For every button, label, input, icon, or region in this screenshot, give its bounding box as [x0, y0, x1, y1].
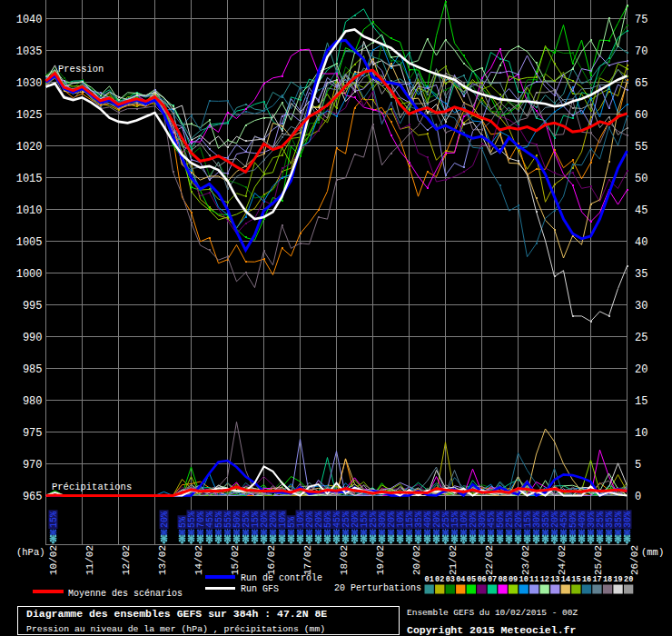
- svg-text:990: 990: [23, 332, 43, 344]
- svg-text:70: 70: [635, 45, 647, 58]
- svg-text:02: 02: [435, 575, 444, 584]
- svg-text:04: 04: [456, 575, 465, 584]
- svg-text:65: 65: [635, 77, 647, 90]
- svg-text:1030: 1030: [16, 77, 43, 90]
- svg-text:Précipitations: Précipitations: [52, 482, 132, 492]
- svg-text:1010: 1010: [16, 204, 43, 217]
- svg-text:05: 05: [467, 575, 476, 584]
- svg-text:09: 09: [509, 575, 518, 584]
- svg-text:15%: 15%: [49, 512, 59, 528]
- svg-text:15/02: 15/02: [230, 545, 241, 575]
- svg-text:Pression au niveau de la mer (: Pression au niveau de la mer (hPa) , pré…: [26, 624, 325, 634]
- svg-text:1040: 1040: [16, 14, 43, 26]
- svg-text:75: 75: [635, 14, 647, 26]
- svg-text:17/02: 17/02: [302, 545, 313, 575]
- svg-text:975: 975: [23, 427, 43, 440]
- svg-text:30%: 30%: [623, 512, 633, 528]
- svg-text:18/02: 18/02: [339, 545, 350, 575]
- svg-text:20 Perturbations: 20 Perturbations: [334, 583, 421, 593]
- svg-text:(hPa): (hPa): [16, 547, 45, 558]
- svg-text:20%: 20%: [160, 512, 170, 528]
- svg-text:14/02: 14/02: [193, 545, 204, 575]
- svg-text:19/02: 19/02: [375, 545, 386, 575]
- svg-text:50: 50: [635, 173, 647, 185]
- svg-text:23/02: 23/02: [520, 545, 531, 575]
- svg-text:06: 06: [477, 575, 486, 584]
- svg-text:1020: 1020: [16, 141, 43, 154]
- svg-text:20: 20: [635, 363, 647, 376]
- svg-text:10/02: 10/02: [48, 545, 59, 575]
- svg-text:60: 60: [635, 109, 647, 122]
- svg-text:01: 01: [425, 575, 434, 584]
- svg-text:07: 07: [488, 575, 497, 584]
- svg-text:11: 11: [529, 575, 539, 584]
- svg-text:35: 35: [635, 268, 647, 281]
- svg-text:08: 08: [498, 575, 507, 584]
- svg-text:1005: 1005: [16, 236, 43, 249]
- svg-text:Copyright 2015 Meteociel.fr: Copyright 2015 Meteociel.fr: [407, 624, 576, 636]
- svg-text:965: 965: [23, 491, 43, 503]
- svg-text:21/02: 21/02: [448, 545, 459, 575]
- svg-text:Diagramme des ensembles GEFS s: Diagramme des ensembles GEFS sur 384h : …: [26, 608, 327, 620]
- svg-text:19: 19: [613, 575, 622, 584]
- svg-text:14: 14: [561, 575, 570, 584]
- svg-text:1035: 1035: [16, 45, 43, 58]
- svg-text:25: 25: [635, 332, 647, 344]
- svg-text:15: 15: [571, 575, 580, 584]
- svg-text:1025: 1025: [16, 109, 43, 122]
- svg-text:12/02: 12/02: [121, 545, 132, 575]
- svg-text:Pression: Pression: [58, 64, 104, 75]
- svg-text:13: 13: [550, 575, 559, 584]
- svg-text:20: 20: [624, 575, 633, 584]
- svg-text:970: 970: [23, 459, 43, 472]
- svg-text:5: 5: [635, 459, 641, 472]
- svg-text:980: 980: [23, 395, 43, 408]
- svg-text:13/02: 13/02: [157, 545, 168, 575]
- svg-text:Moyenne des scénarios: Moyenne des scénarios: [68, 589, 183, 599]
- svg-text:0: 0: [635, 491, 641, 503]
- svg-text:Run GFS: Run GFS: [241, 584, 279, 594]
- svg-text:1015: 1015: [16, 173, 43, 185]
- svg-text:11/02: 11/02: [84, 545, 95, 575]
- svg-text:16/02: 16/02: [266, 545, 277, 575]
- svg-text:995: 995: [23, 300, 43, 313]
- svg-text:45: 45: [635, 204, 647, 217]
- svg-text:26/02: 26/02: [629, 545, 640, 575]
- svg-text:25/02: 25/02: [593, 545, 604, 575]
- svg-text:18: 18: [603, 575, 612, 584]
- svg-text:16: 16: [582, 575, 591, 584]
- svg-text:10: 10: [519, 575, 529, 584]
- svg-text:03: 03: [446, 575, 455, 584]
- svg-text:30: 30: [635, 300, 647, 313]
- svg-text:Ensemble GEFS du 10/02/2015 -: Ensemble GEFS du 10/02/2015 - 00Z: [407, 608, 578, 618]
- svg-text:17: 17: [592, 575, 601, 584]
- svg-text:Run de contrôle: Run de contrôle: [241, 573, 322, 583]
- svg-text:(mm): (mm): [641, 547, 664, 558]
- svg-text:24/02: 24/02: [557, 545, 568, 575]
- svg-text:12: 12: [540, 575, 549, 584]
- svg-text:985: 985: [23, 363, 43, 376]
- svg-text:40: 40: [635, 236, 647, 249]
- svg-text:15: 15: [635, 395, 647, 408]
- svg-text:20/02: 20/02: [411, 545, 422, 575]
- svg-text:22/02: 22/02: [484, 545, 495, 575]
- svg-text:10: 10: [635, 427, 647, 440]
- svg-text:55: 55: [635, 141, 647, 154]
- svg-text:1000: 1000: [16, 268, 43, 281]
